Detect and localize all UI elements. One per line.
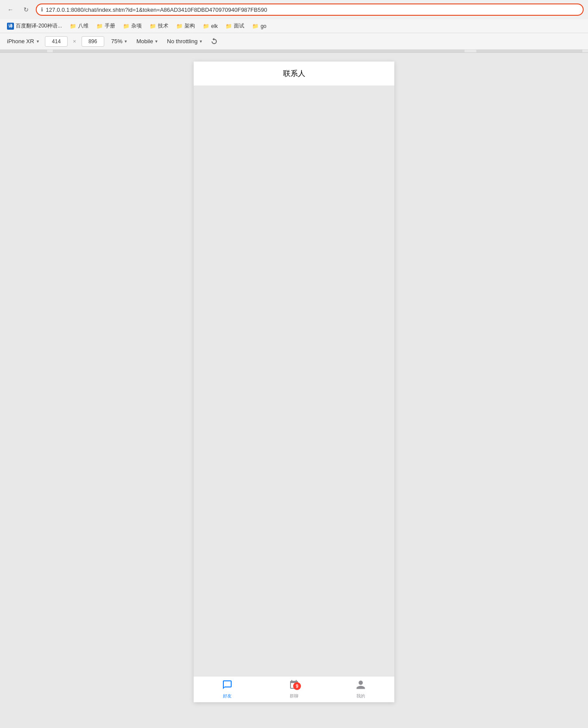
bookmark-label: go [260, 23, 266, 29]
loading-bar-area [0, 50, 588, 52]
friends-icon [222, 680, 232, 692]
folder-icon: 📁 [150, 23, 156, 29]
security-icon: ℹ [41, 7, 43, 13]
bookmark-go[interactable]: 📁 go [249, 22, 270, 31]
folder-icon: 📁 [70, 23, 76, 29]
mode-selector[interactable]: Mobile ▼ [135, 37, 160, 45]
bookmark-zaxiang[interactable]: 📁 杂项 [120, 21, 145, 31]
address-bar-wrapper: ℹ 127.0.0.1:8080/chat/index.shtm?id=1&to… [36, 3, 584, 16]
app-title: 联系人 [283, 69, 305, 78]
bookmark-translate[interactable]: 译 百度翻译-200种语... [3, 21, 65, 31]
address-bar[interactable]: ℹ 127.0.0.1:8080/chat/index.shtm?id=1&to… [36, 3, 584, 16]
tab-friends[interactable]: 好友 [194, 676, 260, 702]
tab-me[interactable]: 我的 [328, 676, 394, 702]
bookmark-label: 杂项 [131, 22, 142, 30]
device-name: iPhone XR [7, 38, 34, 45]
url-text: 127.0.0.1:8080/chat/index.shtm?id=1&toke… [46, 7, 267, 13]
group-chat-icon-wrapper: 9 [289, 680, 299, 692]
loading-segment [476, 50, 582, 52]
app-content [194, 86, 394, 676]
me-label: 我的 [356, 693, 365, 699]
bookmark-label: 八维 [78, 22, 89, 30]
bookmark-mianshi[interactable]: 📁 面试 [222, 21, 248, 31]
friends-label: 好友 [223, 693, 232, 699]
folder-icon: 📁 [176, 23, 183, 29]
zoom-value: 75% [111, 38, 123, 45]
bookmarks-bar: 译 百度翻译-200种语... 📁 八维 📁 手册 📁 杂项 📁 技术 📁 架构… [0, 19, 588, 33]
person-icon [356, 680, 366, 690]
back-button[interactable]: ← [4, 3, 17, 16]
folder-icon: 📁 [123, 23, 130, 29]
folder-icon: 📁 [226, 23, 232, 29]
throttling-dropdown-icon: ▼ [199, 39, 203, 44]
bookmark-label: 百度翻译-200种语... [16, 22, 62, 30]
bookmark-label: elk [211, 23, 218, 29]
throttling-value: No throttling [167, 38, 198, 45]
width-input[interactable] [45, 36, 68, 47]
device-selector[interactable]: iPhone XR ▼ [7, 38, 40, 45]
bottom-tab-bar: 好友 9 群聊 我的 [194, 676, 394, 702]
zoom-selector[interactable]: 75% ▼ [109, 37, 130, 45]
loading-segment [0, 50, 47, 52]
mode-dropdown-icon: ▼ [154, 39, 158, 44]
folder-icon: 📁 [203, 23, 209, 29]
chat-icon [222, 680, 232, 690]
bookmark-jishu[interactable]: 📁 技术 [146, 21, 172, 31]
back-icon: ← [7, 6, 14, 13]
bookmark-bawei[interactable]: 📁 八维 [66, 21, 92, 31]
browser-chrome: ← ↻ ℹ 127.0.0.1:8080/chat/index.shtm?id=… [0, 0, 588, 53]
height-input[interactable] [82, 36, 104, 47]
group-badge: 9 [293, 682, 301, 690]
throttling-selector[interactable]: No throttling ▼ [165, 37, 205, 45]
translate-icon: 译 [7, 23, 14, 30]
group-label: 群聊 [290, 693, 298, 699]
address-bar-row: ← ↻ ℹ 127.0.0.1:8080/chat/index.shtm?id=… [0, 0, 588, 19]
bookmark-shouce[interactable]: 📁 手册 [93, 21, 119, 31]
device-dropdown-icon: ▼ [36, 39, 40, 44]
app-header: 联系人 [194, 62, 394, 86]
mode-value: Mobile [137, 38, 153, 45]
dimension-separator: × [73, 38, 76, 45]
folder-icon: 📁 [96, 23, 103, 29]
bookmark-jiagou[interactable]: 📁 架构 [173, 21, 198, 31]
mobile-frame: 联系人 好友 9 [194, 62, 394, 702]
bookmark-label: 面试 [234, 22, 244, 30]
bookmark-label: 技术 [158, 22, 168, 30]
rotate-icon [211, 38, 218, 45]
device-simulation: 联系人 好友 9 [0, 53, 588, 711]
devtools-toolbar: iPhone XR ▼ × 75% ▼ Mobile ▼ No throttli… [0, 33, 588, 50]
bookmark-label: 手册 [105, 22, 115, 30]
bookmark-elk[interactable]: 📁 elk [199, 22, 221, 31]
zoom-dropdown-icon: ▼ [124, 39, 128, 44]
bookmark-label: 架构 [185, 22, 195, 30]
me-icon [356, 680, 366, 692]
refresh-button[interactable]: ↻ [20, 3, 32, 16]
loading-segment [53, 50, 465, 52]
tab-group[interactable]: 9 群聊 [260, 676, 327, 702]
folder-icon: 📁 [252, 23, 259, 29]
refresh-icon: ↻ [24, 6, 29, 13]
rotate-button[interactable] [210, 37, 219, 46]
